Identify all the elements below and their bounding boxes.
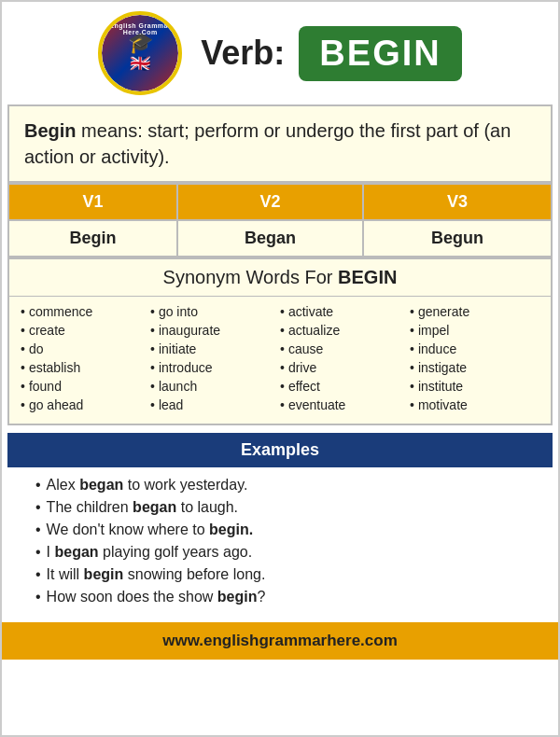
definition-text: means: start; perform or undergo the fir… [24,120,511,167]
header-title: Verb: BEGIN [201,26,461,81]
list-item: do [21,341,150,356]
verb-label: Verb: [201,34,285,73]
v2-header: V2 [177,184,363,220]
example-text: It will begin snowing before long. [47,566,266,583]
example-text: The children began to laugh. [47,499,238,516]
synonym-col-2: go into inaugurate initiate introduce la… [150,304,280,412]
list-item: impel [410,323,539,338]
examples-section: Examples Alex began to work yesterday. T… [7,433,553,615]
v3-header: V3 [363,184,552,220]
list-item: motivate [410,397,539,412]
synonym-col-1: commence create do establish found go ah… [21,304,150,412]
list-item: go ahead [21,397,150,412]
list-item: generate [410,304,539,319]
begin-badge: BEGIN [299,26,461,81]
list-item: go into [150,304,280,319]
synonyms-title-text: Synonym Words For [163,267,338,287]
list-item: eventuate [280,397,410,412]
list-item: The children began to laugh. [35,499,525,516]
footer-url: www.englishgrammarhere.com [162,632,398,649]
list-item: Alex began to work yesterday. [35,477,525,494]
example-text: Alex began to work yesterday. [47,477,248,494]
list-item: We don't know where to begin. [35,521,525,538]
v2-value: Began [177,220,363,257]
list-item: activate [280,304,410,319]
list-item: lead [150,397,280,412]
synonyms-title-bold: BEGIN [338,267,397,287]
list-item: effect [280,379,410,394]
list-item: establish [21,360,150,375]
synonyms-section: Synonym Words For BEGIN commence create … [7,257,553,425]
footer: www.englishgrammarhere.com [2,622,558,660]
logo: English GrammarHere.Com 🎓 🇬🇧 [98,11,182,95]
example-text: We don't know where to begin. [47,521,254,538]
synonyms-title: Synonym Words For BEGIN [9,259,551,297]
examples-title: Examples [7,433,553,467]
examples-list: Alex began to work yesterday. The childr… [7,467,553,615]
list-item: instigate [410,360,539,375]
list-item: create [21,323,150,338]
v1-header: V1 [8,184,177,220]
list-item: actualize [280,323,410,338]
list-item: commence [21,304,150,319]
v3-value: Begun [363,220,552,257]
list-item: inaugurate [150,323,280,338]
flag-icon: 🇬🇧 [130,53,150,74]
list-item: initiate [150,341,280,356]
list-item: cause [280,341,410,356]
definition-word: Begin [24,120,77,141]
list-item: institute [410,379,539,394]
list-item: induce [410,341,539,356]
verb-forms-table: V1 V2 V3 Begin Began Begun [7,183,553,257]
example-text: How soon does the show begin? [47,589,266,605]
list-item: drive [280,360,410,375]
synonyms-grid: commence create do establish found go ah… [9,297,551,424]
list-item: How soon does the show begin? [35,589,525,605]
v1-value: Begin [8,220,177,257]
example-text: I began playing golf years ago. [47,544,253,561]
synonym-col-4: generate impel induce instigate institut… [410,304,539,412]
grad-cap-icon: 🎓 [128,33,153,53]
list-item: launch [150,379,280,394]
logo-text-top: English GrammarHere.Com [109,22,171,35]
list-item: found [21,379,150,394]
list-item: It will begin snowing before long. [35,566,525,583]
synonym-col-3: activate actualize cause drive effect ev… [280,304,410,412]
definition-box: Begin means: start; perform or undergo t… [7,104,553,183]
list-item: introduce [150,360,280,375]
header: English GrammarHere.Com 🎓 🇬🇧 Verb: BEGIN [2,2,558,104]
list-item: I began playing golf years ago. [35,544,525,561]
